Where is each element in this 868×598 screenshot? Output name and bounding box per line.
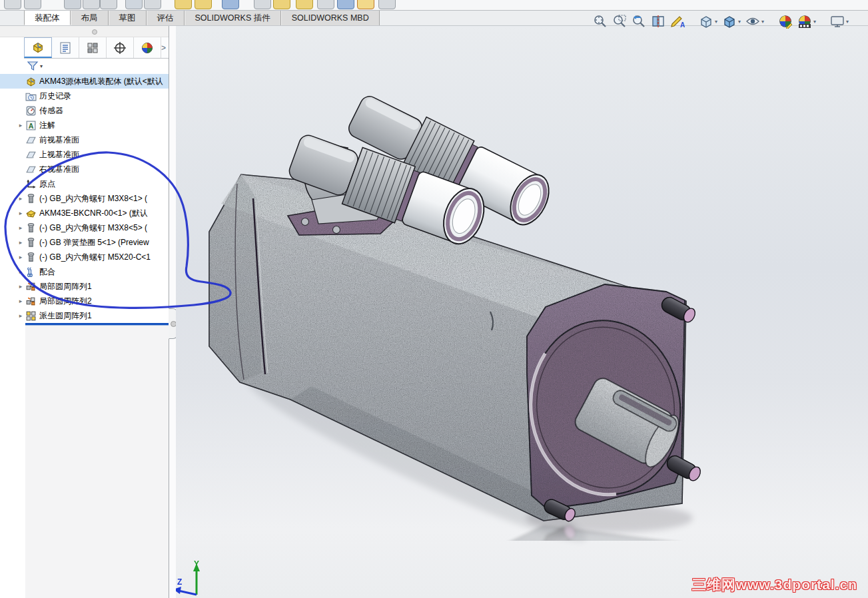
tree-row-root[interactable]: AKM43源体电机装配体 (默认<默认 bbox=[0, 74, 169, 89]
displaymanager-icon bbox=[141, 41, 154, 55]
hide-show-items-icon bbox=[745, 14, 760, 29]
plane-icon bbox=[25, 164, 37, 175]
display-style-button[interactable]: ▾ bbox=[721, 13, 741, 29]
annotations-icon bbox=[25, 120, 37, 131]
orientation-triad: Y Z bbox=[176, 559, 200, 595]
svg-text:A: A bbox=[680, 21, 685, 29]
plane-icon bbox=[25, 149, 37, 160]
watermark-text: 三维网www.3dportal.cn bbox=[692, 575, 857, 594]
tree-row-origin[interactable]: 原点 bbox=[0, 176, 169, 191]
circular-pattern-icon bbox=[25, 281, 37, 292]
view-settings-button[interactable]: ▾ bbox=[829, 13, 849, 29]
display-style-icon bbox=[722, 14, 737, 29]
screw-icon bbox=[25, 237, 37, 248]
zoom-to-area-icon bbox=[612, 14, 627, 29]
view-annotations-button[interactable]: A bbox=[669, 13, 685, 29]
tree-row-history[interactable]: 历史记录 bbox=[0, 89, 169, 103]
view-settings-icon bbox=[830, 14, 845, 29]
panel-top-strip bbox=[0, 26, 169, 37]
propertymanager-tab[interactable] bbox=[52, 37, 79, 58]
headsup-view-toolbar: A ▾ ▾ ▾ ▾ ▾ bbox=[592, 13, 849, 30]
screw-icon bbox=[25, 193, 37, 204]
tree-row-sensors[interactable]: 传感器 bbox=[0, 103, 169, 118]
panel-tab-bar: > bbox=[24, 37, 169, 59]
tree-row-screw-m3x8-1[interactable]: ▸(-) GB_内六角螺钉 M3X8<1> ( bbox=[0, 191, 169, 206]
zoom-to-fit-button[interactable] bbox=[592, 13, 608, 29]
tree-row-front-plane[interactable]: 前视基准面 bbox=[0, 133, 169, 147]
history-folder-icon bbox=[25, 91, 37, 102]
tree-row-mates[interactable]: ▸配合 bbox=[0, 264, 169, 279]
apply-scene-button[interactable]: ▾ bbox=[797, 13, 817, 29]
main-toolbar-clipped bbox=[0, 0, 868, 11]
section-view-button[interactable] bbox=[650, 13, 666, 29]
sensor-icon bbox=[25, 105, 37, 117]
origin-icon bbox=[25, 178, 37, 190]
assembly-icon bbox=[25, 76, 37, 87]
filter-dropdown-arrow[interactable]: ▾ bbox=[40, 63, 43, 69]
panel-tab-overflow[interactable]: > bbox=[161, 37, 169, 58]
featuremanager-panel: > ▾ AKM43源体电机装配体 (默认<默认 历史记录 传感器 ▸注解 前视基… bbox=[0, 37, 169, 598]
tree-empty-area bbox=[25, 326, 169, 598]
tree-row-local-pattern-1[interactable]: ▸局部圆周阵列1 bbox=[0, 279, 169, 294]
feature-tree: AKM43源体电机装配体 (默认<默认 历史记录 传感器 ▸注解 前视基准面 上… bbox=[0, 74, 169, 323]
screw-icon bbox=[25, 222, 37, 234]
zoom-to-area-button[interactable] bbox=[612, 13, 628, 29]
view-orientation-icon bbox=[699, 14, 713, 29]
mates-paperclip-icon bbox=[25, 266, 37, 278]
section-view-icon bbox=[651, 14, 665, 29]
triad-y-label: Y bbox=[194, 559, 199, 569]
circular-pattern-icon bbox=[25, 296, 37, 307]
dimxpertmanager-icon bbox=[113, 41, 127, 55]
motor-assembly-model: Y Z bbox=[176, 26, 868, 598]
edit-appearance-button[interactable] bbox=[777, 13, 793, 29]
part-icon bbox=[25, 208, 37, 219]
tree-row-top-plane[interactable]: 上视基准面 bbox=[0, 147, 169, 162]
filter-funnel-icon[interactable] bbox=[27, 60, 39, 72]
tree-row-derived-pattern-1[interactable]: ▸派生圆周阵列1 bbox=[0, 308, 169, 323]
tree-row-local-pattern-2[interactable]: ▸局部圆周阵列2 bbox=[0, 294, 169, 308]
triad-z-label: Z bbox=[177, 577, 182, 587]
configurationmanager-icon bbox=[86, 41, 99, 55]
tree-row-screw-m3x8-5[interactable]: ▸(-) GB_内六角螺钉 M3X8<5> ( bbox=[0, 220, 169, 235]
view-orientation-button[interactable]: ▾ bbox=[698, 13, 718, 29]
edit-appearance-icon bbox=[778, 14, 793, 29]
panel-resize-dot[interactable] bbox=[92, 29, 97, 35]
tree-row-screw-m5x20[interactable]: ▸(-) GB_内六角螺钉 M5X20-C<1 bbox=[0, 250, 169, 264]
tab-solidworks-mbd[interactable]: SOLIDWORKS MBD bbox=[281, 11, 380, 25]
graphics-viewport[interactable]: Y Z 三维网www.3dportal.cn bbox=[176, 26, 868, 598]
screw-icon bbox=[25, 252, 37, 263]
zoom-to-fit-icon bbox=[593, 14, 608, 29]
tab-evaluate[interactable]: 评估 bbox=[147, 11, 185, 25]
dimxpertmanager-tab[interactable] bbox=[107, 37, 134, 58]
hide-show-items-button[interactable]: ▾ bbox=[745, 13, 765, 29]
assembly-tree-icon bbox=[31, 41, 45, 54]
featuremanager-tree-tab[interactable] bbox=[24, 37, 52, 58]
solidworks-window: { "app": "SolidWorks", "command_tabs": {… bbox=[0, 0, 868, 598]
tree-row-akm43e-part[interactable]: ▸AKM43E-BKCNR-00<1> (默认 bbox=[0, 206, 169, 220]
apply-scene-icon bbox=[797, 14, 812, 29]
tree-filter-row: ▾ bbox=[24, 59, 169, 73]
derived-pattern-icon bbox=[25, 310, 37, 322]
tree-row-right-plane[interactable]: 右视基准面 bbox=[0, 162, 169, 176]
previous-view-icon bbox=[632, 14, 646, 29]
tab-layout[interactable]: 布局 bbox=[71, 11, 109, 25]
tab-solidworks-addins[interactable]: SOLIDWORKS 插件 bbox=[185, 11, 281, 25]
plane-icon bbox=[25, 135, 37, 146]
configurationmanager-tab[interactable] bbox=[79, 37, 107, 58]
view-annotations-icon: A bbox=[670, 14, 685, 29]
displaymanager-tab[interactable] bbox=[134, 37, 161, 58]
tab-sketch[interactable]: 草图 bbox=[109, 11, 147, 25]
previous-view-button[interactable] bbox=[631, 13, 647, 29]
propertymanager-icon bbox=[59, 41, 72, 55]
tab-assembly[interactable]: 装配体 bbox=[24, 11, 71, 25]
tree-row-spring-washer[interactable]: ▸(-) GB 弹簧垫圈 5<1> (Preview bbox=[0, 235, 169, 250]
tree-row-annotations[interactable]: ▸注解 bbox=[0, 118, 169, 133]
